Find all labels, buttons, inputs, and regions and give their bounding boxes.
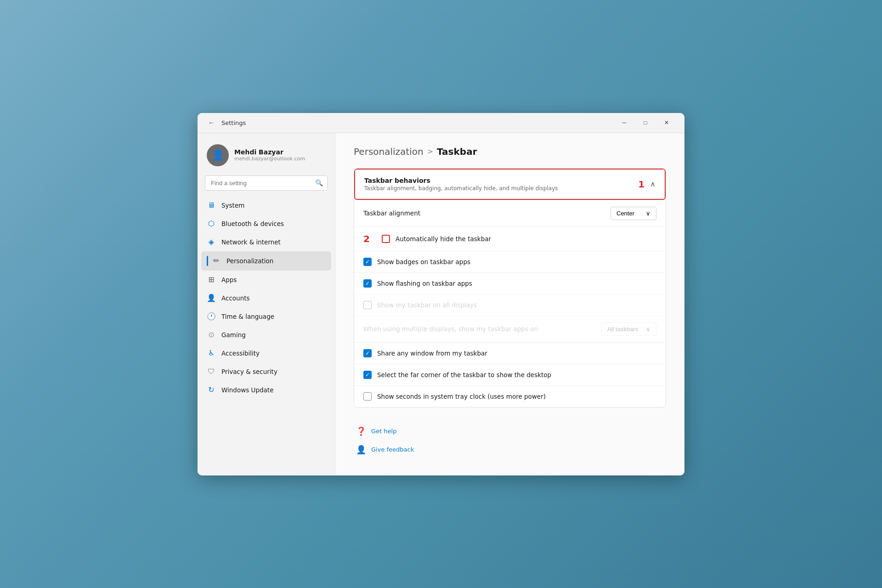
sidebar-item-update[interactable]: ↻ Windows Update [201,381,331,399]
nav-list: 🖥 System ⬡ Bluetooth & devices ◈ Network… [201,196,331,399]
window-title: Settings [221,119,246,126]
gaming-icon: ⊙ [207,330,216,339]
setting-row-alignment: Taskbar alignment Center ∨ [354,200,666,226]
setting-row-share-window: Share any window from my taskbar [354,342,666,364]
titlebar: ← Settings ─ □ ✕ [198,113,684,133]
sidebar-item-label: Network & internet [221,238,281,246]
search-input[interactable] [205,175,328,191]
maximize-button[interactable]: □ [635,115,656,130]
show-seconds-checkbox[interactable] [363,392,372,401]
user-email: mehdi.bazyar@outlook.com [234,156,305,162]
back-button[interactable]: ← [205,116,218,129]
system-icon: 🖥 [207,201,216,210]
section-subtitle: Taskbar alignment, badging, automaticall… [364,185,558,192]
taskbar-behaviors-section: Taskbar behaviors Taskbar alignment, bad… [354,168,666,407]
setting-row-far-corner: Select the far corner of the taskbar to … [354,364,666,385]
setting-row-all-displays: Show my taskbar on all displays [354,294,666,316]
setting-label-alignment: Taskbar alignment [363,209,605,217]
sidebar-item-system[interactable]: 🖥 System [201,196,331,215]
search-box: 🔍 [205,175,328,191]
window-controls: ─ □ ✕ [614,115,677,130]
help-section: ❓ Get help 👤 Give feedback [354,418,666,463]
share-window-checkbox[interactable] [363,349,372,357]
setting-label-far-corner: Select the far corner of the taskbar to … [377,371,656,379]
content-area: Personalization > Taskbar Taskbar behavi… [335,133,684,475]
setting-label-badges: Show badges on taskbar apps [377,258,656,266]
section-number-badge: 1 [638,179,645,190]
sidebar-item-label: Personalization [226,257,273,265]
setting-label-autohide: Automatically hide the taskbar [396,235,656,243]
sidebar-item-label: Windows Update [221,386,273,394]
badges-checkbox[interactable] [363,258,372,266]
accessibility-icon: ♿ [207,349,216,358]
give-feedback-icon: 👤 [356,444,367,455]
setting-label-show-seconds: Show seconds in system tray clock (uses … [377,393,656,400]
sidebar-item-gaming[interactable]: ⊙ Gaming [201,326,331,344]
sidebar-item-time[interactable]: 🕐 Time & language [201,307,331,326]
sidebar-item-label: System [221,202,244,209]
sidebar-item-label: Privacy & security [221,368,277,375]
setting-row-badges: Show badges on taskbar apps [354,251,666,272]
sidebar: 👤 Mehdi Bazyar mehdi.bazyar@outlook.com … [198,133,335,475]
alignment-dropdown[interactable]: Center ∨ [611,207,656,220]
get-help-label: Get help [371,428,396,435]
settings-window: ← Settings ─ □ ✕ 👤 Mehdi Bazyar mehdi.ba… [198,113,684,475]
privacy-icon: 🛡 [207,367,216,376]
close-button[interactable]: ✕ [656,115,677,130]
time-icon: 🕐 [207,312,216,321]
breadcrumb-current: Taskbar [437,146,477,157]
all-displays-checkbox[interactable] [363,301,372,309]
section-header-info: Taskbar behaviors Taskbar alignment, bad… [364,177,558,192]
autohide-checkbox[interactable] [382,235,390,243]
bluetooth-icon: ⬡ [207,219,216,228]
setting-row-flashing: Show flashing on taskbar apps [354,272,666,294]
sidebar-item-bluetooth[interactable]: ⬡ Bluetooth & devices [201,215,331,233]
user-section: 👤 Mehdi Bazyar mehdi.bazyar@outlook.com [201,141,331,170]
alignment-value: Center [616,210,634,217]
sidebar-item-personalization[interactable]: ✏ Personalization [201,251,331,271]
multiple-displays-dropdown[interactable]: All taskbars ∨ [601,322,656,336]
setting-label-share-window: Share any window from my taskbar [377,350,656,357]
avatar-icon: 👤 [212,149,224,161]
network-icon: ◈ [207,237,216,247]
give-feedback-label: Give feedback [371,446,414,453]
section-header[interactable]: Taskbar behaviors Taskbar alignment, bad… [354,169,666,200]
give-feedback-link[interactable]: 👤 Give feedback [354,441,666,459]
active-indicator [207,256,208,266]
avatar: 👤 [207,144,229,166]
alignment-chevron-icon: ∨ [646,210,650,217]
sidebar-item-privacy[interactable]: 🛡 Privacy & security [201,362,331,381]
sidebar-item-label: Apps [221,276,237,283]
chevron-up-icon: ∧ [650,180,656,188]
setting-label-multiple-displays: When using multiple displays, show my ta… [363,325,596,333]
sidebar-item-label: Time & language [221,313,274,320]
personalization-icon: ✏ [212,256,221,266]
step-number-2: 2 [363,233,376,244]
far-corner-checkbox[interactable] [363,371,372,379]
flashing-checkbox[interactable] [363,279,372,288]
sidebar-item-label: Bluetooth & devices [221,220,284,227]
breadcrumb: Personalization > Taskbar [354,146,666,157]
sidebar-item-label: Gaming [221,331,246,339]
user-info: Mehdi Bazyar mehdi.bazyar@outlook.com [234,148,305,162]
get-help-icon: ❓ [356,426,367,437]
section-title: Taskbar behaviors [364,177,558,184]
setting-row-autohide: 2 Automatically hide the taskbar [354,226,666,251]
breadcrumb-separator: > [427,147,433,156]
setting-label-all-displays: Show my taskbar on all displays [377,301,656,309]
multiple-displays-value: All taskbars [607,326,638,333]
multiple-displays-chevron-icon: ∨ [646,326,650,333]
sidebar-item-label: Accounts [221,294,250,302]
minimize-button[interactable]: ─ [614,115,635,130]
breadcrumb-parent: Personalization [354,146,424,157]
sidebar-item-label: Accessibility [221,350,260,357]
sidebar-item-accessibility[interactable]: ♿ Accessibility [201,344,331,362]
sidebar-item-accounts[interactable]: 👤 Accounts [201,289,331,307]
search-icon: 🔍 [315,179,323,187]
get-help-link[interactable]: ❓ Get help [354,422,666,441]
apps-icon: ⊞ [207,275,216,284]
sidebar-item-network[interactable]: ◈ Network & internet [201,233,331,251]
user-name: Mehdi Bazyar [234,148,305,156]
setting-label-flashing: Show flashing on taskbar apps [377,280,656,287]
sidebar-item-apps[interactable]: ⊞ Apps [201,271,331,289]
